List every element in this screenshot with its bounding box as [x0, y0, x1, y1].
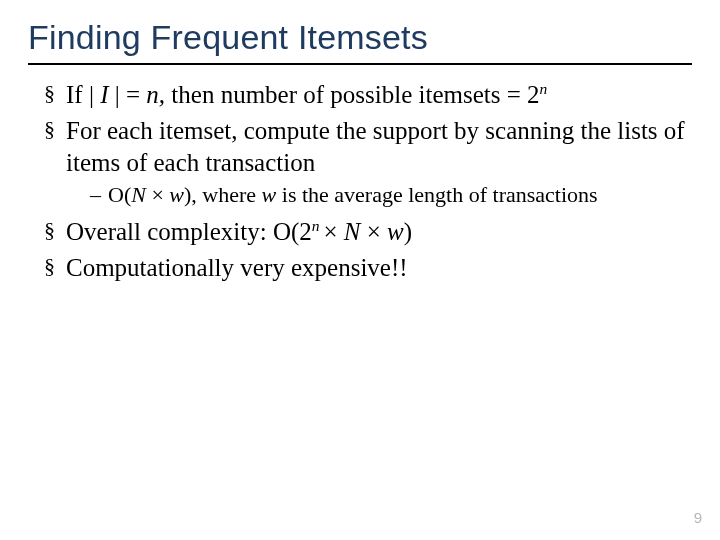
text: Overall complexity: O(2	[66, 218, 312, 245]
var-N: N	[344, 218, 367, 245]
title-underline	[28, 63, 692, 65]
text: is the average length of transactions	[276, 182, 597, 207]
var-n: n,	[146, 81, 165, 108]
var-w: w	[262, 182, 277, 207]
text: For each itemset, compute the support by…	[66, 117, 685, 176]
text: )	[404, 218, 412, 245]
bullet-2: For each itemset, compute the support by…	[44, 115, 692, 210]
text: If |	[66, 81, 100, 108]
bullet-3: Overall complexity: O(2n × N × w)	[44, 216, 692, 248]
superscript-n: n	[312, 216, 324, 233]
slide-title: Finding Frequent Itemsets	[28, 18, 692, 57]
text: ×	[146, 182, 169, 207]
text: | =	[108, 81, 146, 108]
text: O(	[108, 182, 131, 207]
text: ×	[323, 218, 343, 245]
var-w: w	[387, 218, 404, 245]
text: Computationally very expensive!!	[66, 254, 408, 281]
bullet-1: If | I | = n, then number of possible it…	[44, 79, 692, 111]
page-number: 9	[694, 509, 702, 526]
text: then number of possible itemsets = 2	[165, 81, 539, 108]
var-w: w	[169, 182, 184, 207]
var-N: N	[131, 182, 146, 207]
sub-list: O(N × w), where w is the average length …	[66, 181, 692, 210]
sub-bullet-1: O(N × w), where w is the average length …	[90, 181, 692, 210]
superscript-n: n	[540, 80, 548, 97]
bullet-list: If | I | = n, then number of possible it…	[28, 79, 692, 284]
bullet-4: Computationally very expensive!!	[44, 252, 692, 284]
text: ), where	[184, 182, 262, 207]
slide: Finding Frequent Itemsets If | I | = n, …	[0, 0, 720, 540]
text: ×	[367, 218, 387, 245]
